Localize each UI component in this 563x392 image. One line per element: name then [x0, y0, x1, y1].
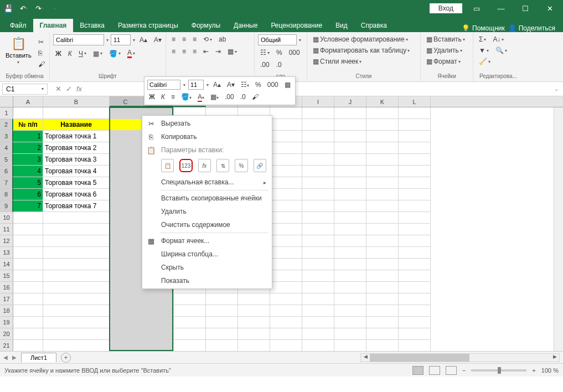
page-layout-view-icon[interactable] [429, 366, 440, 375]
tab-insert[interactable]: Вставка [73, 19, 111, 32]
cell[interactable] [270, 247, 302, 259]
share-button[interactable]: 👤 Поделиться [508, 24, 555, 32]
fill-icon[interactable]: ▼▾ [477, 45, 491, 55]
format-painter-icon[interactable]: 🖌 [36, 59, 47, 69]
cell[interactable] [43, 293, 110, 305]
select-all-corner[interactable] [0, 96, 13, 107]
cell[interactable] [13, 212, 43, 224]
row-header[interactable]: 8 [0, 189, 13, 200]
cell[interactable] [399, 119, 431, 131]
borders-icon[interactable]: ▦▾ [91, 49, 105, 59]
column-header[interactable]: L [399, 96, 431, 107]
accept-formula-icon[interactable]: ✓ [66, 85, 72, 93]
cell[interactable] [110, 305, 142, 317]
page-break-view-icon[interactable] [446, 366, 457, 375]
cell[interactable] [110, 340, 142, 351]
mini-dec-font-icon[interactable]: A▾ [225, 80, 236, 89]
cell[interactable] [302, 305, 334, 317]
cell[interactable] [13, 328, 43, 340]
name-box[interactable]: C1▾ [2, 84, 48, 95]
paste-transpose-icon[interactable]: ⇅ [216, 159, 229, 172]
cell[interactable]: № п/п [13, 119, 43, 131]
fill-color-icon[interactable]: 🪣▾ [107, 49, 123, 59]
mini-thousands-icon[interactable]: 000 [266, 80, 280, 89]
cell[interactable] [43, 212, 110, 224]
cell[interactable] [110, 189, 142, 200]
cell[interactable] [302, 293, 334, 305]
cells-area[interactable]: № п/пНазваниеИтог1Торговая точка 1680,00… [13, 107, 563, 351]
cell[interactable] [270, 200, 302, 212]
decrease-font-icon[interactable]: A▾ [152, 35, 164, 45]
row-header[interactable]: 5 [0, 154, 13, 166]
cell[interactable] [270, 293, 302, 305]
tab-layout[interactable]: Разметка страницы [111, 19, 185, 32]
cell[interactable] [366, 317, 399, 328]
number-format-select[interactable] [258, 34, 297, 45]
row-header[interactable]: 2 [0, 119, 13, 131]
cell[interactable] [399, 131, 431, 142]
cell[interactable] [366, 259, 399, 270]
cell[interactable] [334, 270, 366, 282]
font-name-select[interactable] [53, 34, 104, 45]
cell[interactable] [270, 235, 302, 247]
cell[interactable] [43, 328, 110, 340]
zoom-out-icon[interactable]: − [462, 367, 466, 374]
mini-fill-icon[interactable]: 🪣▾ [179, 92, 193, 101]
cell[interactable] [366, 131, 399, 142]
cell[interactable] [206, 305, 238, 317]
cell[interactable] [334, 235, 366, 247]
cell[interactable] [206, 317, 238, 328]
cell[interactable] [270, 212, 302, 224]
align-middle-icon[interactable]: ≡ [180, 34, 188, 44]
cell[interactable] [334, 305, 366, 317]
cell[interactable] [399, 224, 431, 235]
mini-currency-icon[interactable]: ☷▾ [239, 80, 251, 89]
cell[interactable] [110, 177, 142, 189]
cell[interactable] [270, 154, 302, 166]
cell[interactable] [110, 259, 142, 270]
cell[interactable] [13, 224, 43, 235]
cell[interactable] [13, 270, 43, 282]
cell[interactable] [302, 142, 334, 154]
cell[interactable] [334, 293, 366, 305]
cell[interactable] [270, 224, 302, 235]
cell[interactable] [302, 154, 334, 166]
cancel-formula-icon[interactable]: ✕ [55, 85, 61, 93]
cell[interactable] [366, 282, 399, 293]
cell[interactable]: 1 [13, 131, 43, 142]
login-button[interactable]: Вход [430, 3, 462, 13]
cut-icon[interactable]: ✂ [36, 37, 47, 47]
cell[interactable] [206, 293, 238, 305]
cell[interactable] [142, 293, 174, 305]
cell[interactable] [13, 305, 43, 317]
sort-icon[interactable]: A↓▾ [490, 34, 506, 44]
copy-icon[interactable]: ⎘ [36, 48, 47, 58]
mini-bold-button[interactable]: Ж [147, 92, 157, 101]
cell[interactable] [399, 305, 431, 317]
underline-button[interactable]: Ч▾ [76, 49, 89, 59]
mini-dec-dec-icon[interactable]: .0 [239, 92, 247, 101]
cell[interactable] [238, 305, 270, 317]
zoom-slider[interactable] [471, 369, 526, 372]
mini-merge-icon[interactable]: ▦ [283, 80, 292, 89]
cell[interactable] [334, 142, 366, 154]
mini-font-select[interactable] [147, 80, 180, 90]
cell[interactable] [399, 235, 431, 247]
cell[interactable] [142, 317, 174, 328]
cell[interactable] [399, 293, 431, 305]
cell[interactable] [13, 235, 43, 247]
align-center-icon[interactable]: ≡ [180, 47, 188, 56]
font-color-icon[interactable]: A▾ [125, 48, 137, 59]
cell[interactable] [366, 224, 399, 235]
cell[interactable] [13, 293, 43, 305]
cell[interactable] [110, 166, 142, 177]
cell[interactable] [366, 154, 399, 166]
cell[interactable] [270, 119, 302, 131]
tab-data[interactable]: Данные [227, 19, 264, 32]
row-header[interactable]: 17 [0, 293, 13, 305]
cell[interactable]: 6 [13, 189, 43, 200]
mini-inc-font-icon[interactable]: A▴ [211, 80, 223, 89]
row-header[interactable]: 14 [0, 259, 13, 270]
minimize-icon[interactable]: — [491, 1, 511, 16]
paste-keep-source-icon[interactable]: 📋 [161, 159, 174, 172]
